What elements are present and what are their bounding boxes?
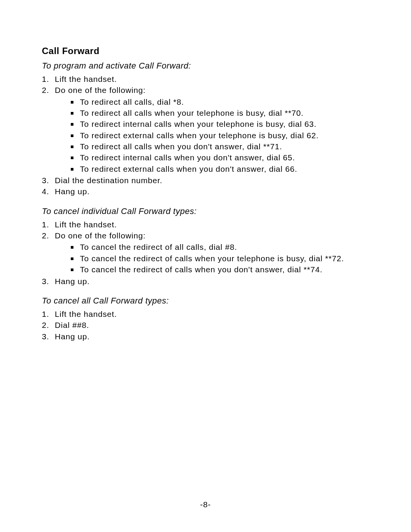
step-item: 1. Lift the handset. <box>42 74 369 85</box>
bullet-item: To cancel the redirect of calls when you… <box>71 253 369 264</box>
step-text: Do one of the following: <box>55 231 146 240</box>
bullet-item: To redirect external calls when your tel… <box>71 130 369 141</box>
bullet-item: To cancel the redirect of all calls, dia… <box>71 242 369 252</box>
step-number: 1. <box>42 74 49 85</box>
step-text: Dial ##8. <box>55 321 89 329</box>
step-text: Hang up. <box>55 277 90 286</box>
step-number: 3. <box>42 175 49 186</box>
steps-list-1: 1. Lift the handset. 2. Do one of the fo… <box>42 74 369 197</box>
bullet-item: To redirect external calls when you don'… <box>71 164 369 174</box>
bullet-item: To redirect all calls, dial *8. <box>71 97 369 107</box>
step-item: 2. Do one of the following: To cancel th… <box>42 230 369 275</box>
step-number: 1. <box>42 309 49 320</box>
step-number: 4. <box>42 186 49 197</box>
step-item: 4. Hang up. <box>42 186 369 197</box>
step-number: 3. <box>42 331 49 342</box>
bullet-list: To cancel the redirect of all calls, dia… <box>71 242 369 275</box>
step-item: 2. Dial ##8. <box>42 320 369 331</box>
step-text: Hang up. <box>55 332 90 341</box>
step-number: 1. <box>42 219 49 230</box>
section-title: Call Forward <box>42 46 369 56</box>
bullet-item: To redirect internal calls when you don'… <box>71 152 369 163</box>
step-number: 3. <box>42 276 49 287</box>
step-text: Hang up. <box>55 187 90 196</box>
step-text: Lift the handset. <box>55 75 117 83</box>
step-item: 2. Do one of the following: To redirect … <box>42 85 369 174</box>
step-item: 3. Dial the destination number. <box>42 175 369 186</box>
step-text: Do one of the following: <box>55 86 146 94</box>
subsection-title-3: To cancel all Call Forward types: <box>42 296 369 306</box>
step-text: Lift the handset. <box>55 220 117 229</box>
step-number: 2. <box>42 230 49 241</box>
step-item: 3. Hang up. <box>42 276 369 287</box>
bullet-item: To cancel the redirect of calls when you… <box>71 264 369 275</box>
step-number: 2. <box>42 320 49 331</box>
bullet-item: To redirect all calls when your telephon… <box>71 108 369 118</box>
step-item: 3. Hang up. <box>42 331 369 342</box>
steps-list-3: 1. Lift the handset. 2. Dial ##8. 3. Han… <box>42 309 369 342</box>
step-number: 2. <box>42 85 49 96</box>
step-text: Dial the destination number. <box>55 176 162 185</box>
bullet-item: To redirect internal calls when your tel… <box>71 119 369 129</box>
bullet-list: To redirect all calls, dial *8. To redir… <box>71 97 369 174</box>
subsection-title-2: To cancel individual Call Forward types: <box>42 206 369 216</box>
page-number: -8- <box>0 500 411 509</box>
step-item: 1. Lift the handset. <box>42 219 369 230</box>
step-text: Lift the handset. <box>55 310 117 318</box>
bullet-item: To redirect all calls when you don't ans… <box>71 141 369 152</box>
step-item: 1. Lift the handset. <box>42 309 369 320</box>
steps-list-2: 1. Lift the handset. 2. Do one of the fo… <box>42 219 369 287</box>
subsection-title-1: To program and activate Call Forward: <box>42 61 369 71</box>
